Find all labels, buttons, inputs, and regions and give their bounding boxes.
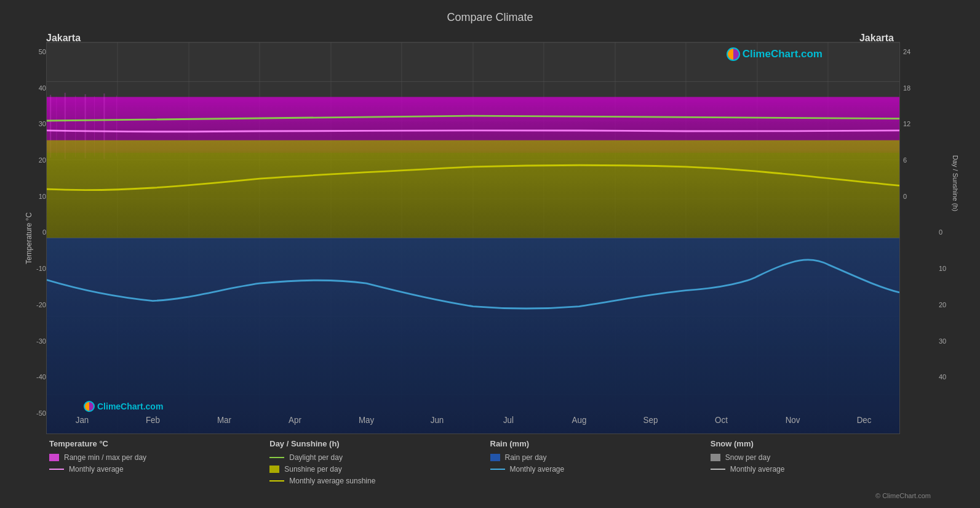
legend-item-daylight: Daylight per day [269,453,490,462]
month-apr: Apr [289,414,301,425]
legend-swatch-sunshine [269,466,279,473]
month-jul: Jul [503,414,514,425]
legend-label-daylight: Daylight per day [289,453,343,462]
svg-rect-37 [47,238,899,434]
legend-label-sunshine: Sunshine per day [284,465,341,474]
axis-val-neg40: -40 [36,373,46,381]
legend-col-snow: Snow (mm) Snow per day Monthly average ©… [711,439,931,499]
legend-title-rain: Rain (mm) [490,439,711,448]
legend-title-temperature: Temperature °C [49,439,269,448]
legend-col-sunshine: Day / Sunshine (h) Daylight per day Suns… [269,439,490,499]
legend-item-sunshine-swatch: Sunshine per day [269,465,490,474]
legend-swatch-temp-range [49,454,59,461]
legend-col-temperature: Temperature °C Range min / max per day M… [49,439,269,499]
legend-label-temp-range: Range min / max per day [64,453,146,462]
chart-title: Compare Climate [12,6,968,26]
legend-line-sunshine-avg [269,480,284,482]
axis-val-30: 30 [39,120,46,127]
legend-col-rain: Rain (mm) Rain per day Monthly average [490,439,711,499]
legend-line-rain-avg [490,469,505,470]
axis-val-neg30: -30 [36,337,46,345]
month-nov: Nov [786,414,800,425]
right-axis2-val-30: 30 [939,337,946,345]
axis-val-neg10: -10 [36,265,46,272]
right-axis1-val-0: 0 [903,193,907,200]
right-axis1-val-12: 12 [903,120,910,127]
axis-val-neg20: -20 [36,301,46,308]
axis-val-50: 50 [39,48,46,55]
logo-icon-bottom [84,401,95,412]
month-dec: Dec [857,414,872,425]
axis-val-20: 20 [39,156,46,164]
svg-rect-34 [47,140,899,238]
month-may: May [359,414,374,425]
legend-area: Temperature °C Range min / max per day M… [12,434,968,502]
axis-val-neg50: -50 [36,409,46,417]
legend-label-rain-avg: Monthly average [510,465,565,474]
legend-item-snow-avg: Monthly average [711,465,931,474]
logo-top-right: ClimeChart.com [727,47,823,61]
copyright: © ClimeChart.com [711,480,931,499]
legend-line-daylight [269,457,284,458]
legend-item-snow-swatch: Snow per day [711,453,931,462]
right-axis2-val-40: 40 [939,373,946,381]
legend-label-rain: Rain per day [505,453,547,462]
month-aug: Aug [572,414,587,425]
legend-label-snow: Snow per day [725,453,770,462]
legend-swatch-rain [490,454,500,461]
legend-item-sunshine-avg: Monthly average sunshine [269,477,490,485]
right-axis1-val-6: 6 [903,156,907,164]
logo-icon-top [727,47,740,61]
legend-label-temp-avg: Monthly average [69,465,124,474]
legend-item-rain-swatch: Rain per day [490,453,711,462]
month-jun: Jun [431,414,444,425]
right-axis1-val-24: 24 [903,48,910,55]
legend-title-snow: Snow (mm) [711,439,931,448]
legend-label-snow-avg: Monthly average [730,465,785,474]
logo-bottom-left: ClimeChart.com [84,401,163,412]
logo-text-bottom: ClimeChart.com [97,401,163,411]
right-axis2-val-10: 10 [939,265,946,272]
legend-title-sunshine: Day / Sunshine (h) [269,439,490,448]
legend-label-sunshine-avg: Monthly average sunshine [289,477,375,485]
axis-val-10: 10 [39,193,46,200]
main-chart: Jan Feb Mar Apr May Jun Jul Aug Sep Oct … [46,42,900,434]
right-axis1-val-18: 18 [903,84,910,92]
month-feb: Feb [146,414,160,425]
month-oct: Oct [715,414,728,425]
legend-item-temp-range: Range min / max per day [49,453,269,462]
logo-text-top: ClimeChart.com [743,48,823,60]
legend-item-temp-avg: Monthly average [49,465,269,474]
legend-line-temp-avg [49,469,64,470]
right-axis2-val-0: 0 [939,228,942,236]
month-sep: Sep [643,414,658,425]
month-jan: Jan [76,414,89,425]
legend-item-rain-avg: Monthly average [490,465,711,474]
legend-line-snow-avg [711,469,725,470]
month-mar: Mar [217,414,231,425]
legend-swatch-snow [711,454,720,461]
right-axis2-val-20: 20 [939,301,946,308]
left-axis-label: Temperature °C [25,212,33,264]
axis-val-40: 40 [39,84,46,92]
